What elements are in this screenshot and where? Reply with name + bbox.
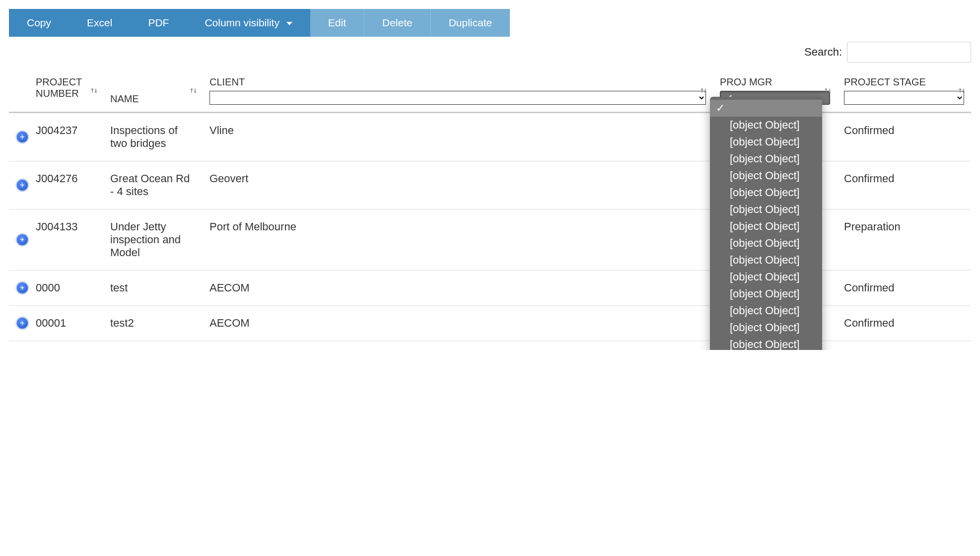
dropdown-option[interactable]: [object Object]	[710, 134, 822, 150]
client-filter-select[interactable]	[210, 91, 706, 105]
col-project-stage[interactable]: PROJECT STAGE	[837, 71, 971, 113]
search-input[interactable]	[847, 42, 971, 63]
cell-project-stage: Confirmed	[837, 271, 971, 306]
column-visibility-label: Column visibility	[205, 17, 280, 28]
dropdown-option[interactable]: [object Object]	[710, 201, 822, 218]
search-label: Search:	[804, 46, 842, 59]
cell-project-stage: Preparation	[837, 209, 971, 271]
expand-row-button[interactable]: +	[16, 281, 29, 294]
cell-project-number: 0000	[29, 271, 103, 306]
dropdown-option[interactable]: [object Object]	[710, 269, 822, 285]
caret-down-icon	[286, 22, 292, 25]
cell-project-number: J004133	[29, 209, 103, 271]
excel-button[interactable]: Excel	[69, 9, 130, 37]
cell-client: Geovert	[203, 161, 713, 209]
sort-icon	[958, 85, 966, 98]
cell-client: AECOM	[203, 271, 713, 306]
expand-row-button[interactable]: +	[16, 233, 29, 246]
table-row[interactable]: +J004133Under Jetty inspection and Model…	[9, 209, 971, 271]
expand-row-button[interactable]: +	[16, 317, 29, 330]
pdf-button[interactable]: PDF	[130, 9, 187, 37]
cell-project-stage: Confirmed	[837, 161, 971, 209]
dropdown-option[interactable]: [object Object]	[710, 302, 822, 319]
cell-name: test	[103, 271, 203, 306]
cell-name: test2	[103, 306, 203, 341]
col-name[interactable]: NAME	[103, 71, 203, 113]
table-row[interactable]: +J004237Inspections of two bridgesVlineC…	[9, 113, 971, 161]
projects-table: PROJECT NUMBER NAME CLIENT	[9, 71, 971, 341]
copy-button[interactable]: Copy	[9, 9, 69, 37]
toolbar: Copy Excel PDF Column visibility Edit De…	[9, 9, 971, 37]
cell-name: Inspections of two bridges	[103, 113, 203, 161]
search-row: Search:	[9, 42, 971, 63]
cell-client: Vline	[203, 113, 713, 161]
cell-client: AECOM	[203, 306, 713, 341]
sort-icon	[824, 85, 832, 98]
table-row[interactable]: +00001test2AECOMConfirmed	[9, 306, 971, 341]
proj-mgr-dropdown[interactable]: [object Object][object Object][object Ob…	[710, 97, 822, 350]
col-project-number[interactable]: PROJECT NUMBER	[29, 71, 103, 113]
sort-icon	[700, 85, 708, 98]
project-stage-filter-select[interactable]	[844, 91, 964, 105]
dropdown-option[interactable]: [object Object]	[710, 150, 822, 167]
dropdown-option[interactable]: [object Object]	[710, 319, 822, 336]
col-client[interactable]: CLIENT	[203, 71, 713, 113]
dropdown-option[interactable]: [object Object]	[710, 235, 822, 252]
dropdown-option[interactable]: [object Object]	[710, 117, 822, 134]
dropdown-option[interactable]: [object Object]	[710, 184, 822, 201]
dropdown-option[interactable]: [object Object]	[710, 285, 822, 302]
dropdown-option[interactable]: [object Object]	[710, 167, 822, 184]
cell-client: Port of Melbourne	[203, 209, 713, 271]
dropdown-option[interactable]	[710, 100, 822, 117]
expand-row-button[interactable]: +	[16, 179, 29, 192]
edit-button[interactable]: Edit	[310, 9, 364, 37]
expand-row-button[interactable]: +	[16, 131, 29, 143]
cell-project-number: J004237	[29, 113, 103, 161]
dropdown-option[interactable]: [object Object]	[710, 336, 822, 350]
cell-project-number: 00001	[29, 306, 103, 341]
cell-project-number: J004276	[29, 161, 103, 209]
cell-name: Great Ocean Rd - 4 sites	[103, 161, 203, 209]
delete-button[interactable]: Delete	[364, 9, 430, 37]
cell-project-stage: Confirmed	[837, 113, 971, 161]
sort-icon	[190, 85, 198, 98]
table-row[interactable]: +0000testAECOMConfirmed	[9, 271, 971, 306]
cell-name: Under Jetty inspection and Model	[103, 209, 203, 271]
table-row[interactable]: +J004276Great Ocean Rd - 4 sitesGeovertC…	[9, 161, 971, 209]
dropdown-option[interactable]: [object Object]	[710, 252, 822, 269]
cell-project-stage: Confirmed	[837, 306, 971, 341]
dropdown-option[interactable]: [object Object]	[710, 218, 822, 235]
duplicate-button[interactable]: Duplicate	[430, 9, 510, 37]
sort-icon	[90, 85, 98, 98]
column-visibility-button[interactable]: Column visibility	[187, 9, 310, 37]
